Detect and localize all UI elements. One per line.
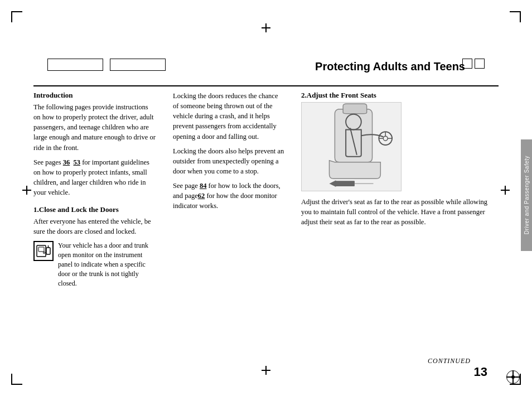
seat-illustration xyxy=(301,102,402,191)
right-column: 2.Adjust the Front Seats xyxy=(296,91,499,363)
crosshair-bottom xyxy=(262,366,270,375)
page-title: Protecting Adults and Teens xyxy=(315,60,465,73)
side-tab: Driver and Passenger Safety xyxy=(521,139,532,251)
section2-para1: Adjust the driver's seat as far to the r… xyxy=(301,197,499,227)
page-number: 13 xyxy=(474,365,487,379)
tab-box-1 xyxy=(47,59,103,71)
section2-heading: 2.Adjust the Front Seats xyxy=(301,91,499,100)
crosshair-right xyxy=(501,186,510,195)
notice-block: Your vehicle has a door and trunk open m… xyxy=(33,241,156,292)
notice-icon xyxy=(33,241,54,261)
svg-rect-1 xyxy=(38,247,44,252)
intro-para2: See pages 36 53 for important guidelines… xyxy=(33,157,156,198)
small-squares xyxy=(462,59,485,69)
tab-boxes xyxy=(47,59,166,71)
left-column: Introduction The following pages provide… xyxy=(33,91,167,363)
intro-heading: Introduction xyxy=(33,91,156,100)
intro-para2-suffix: for important guidelines on how to prope… xyxy=(33,158,149,196)
door-monitor-icon xyxy=(36,243,51,259)
middle-para3: See page 84 for how to lock the doors, a… xyxy=(173,181,284,211)
tab-box-2 xyxy=(110,59,166,71)
header-area: Protecting Adults and Teens xyxy=(0,0,532,86)
page-ref-36: 36 xyxy=(63,158,70,166)
page-ref-53: 53 xyxy=(74,158,81,166)
corner-mark-bl xyxy=(11,368,28,385)
section1-para1: After everyone has entered the vehicle, … xyxy=(33,216,156,236)
crosshair-left xyxy=(22,186,31,195)
small-square-2 xyxy=(475,59,485,69)
middle-para2: Locking the doors also helps prevent an … xyxy=(173,146,284,176)
header-rule xyxy=(33,85,499,86)
svg-rect-12 xyxy=(335,181,355,186)
svg-rect-3 xyxy=(46,248,50,254)
middle-column: Locking the doors reduces the chance of … xyxy=(167,91,296,363)
middle-para1: Locking the doors reduces the chance of … xyxy=(173,91,284,142)
side-tab-label: Driver and Passenger Safety xyxy=(524,156,530,234)
intro-para1: The following pages provide instructions… xyxy=(33,102,156,153)
page-ref-84: 84 xyxy=(200,182,207,190)
bullseye-br xyxy=(506,370,520,384)
section1-heading: 1.Close and Lock the Doors xyxy=(33,205,156,214)
svg-point-2 xyxy=(43,252,45,254)
seat-svg xyxy=(302,103,401,191)
notice-text: Your vehicle has a door and trunk open m… xyxy=(58,241,156,288)
main-content: Introduction The following pages provide… xyxy=(33,91,499,363)
page-ref-62: 62 xyxy=(198,192,205,200)
continued-label: CONTINUED xyxy=(428,357,471,365)
